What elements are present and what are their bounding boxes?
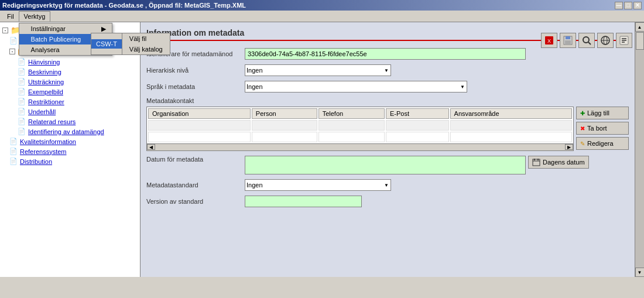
pencil-icon: ✎ xyxy=(580,141,585,147)
sidebar-item-exempelbild[interactable]: 📄 Exempelbild xyxy=(0,87,140,97)
sidebar-link-exempelbild[interactable]: Exempelbild xyxy=(28,88,63,95)
scroll-right-btn[interactable]: ▶ xyxy=(565,144,573,150)
sidebar-item-distribution[interactable]: 📄 Distribution xyxy=(0,156,140,166)
expand-icon-identifiering[interactable]: - xyxy=(9,49,15,54)
toolbar-btn-save[interactable] xyxy=(560,33,576,48)
sidebar-link-relaterad-resurs[interactable]: Relaterad resurs xyxy=(28,118,76,125)
close-button[interactable]: ✕ xyxy=(633,2,642,9)
doc-icon-restriktioner: 📄 xyxy=(18,98,26,105)
toolbar-right: X xyxy=(541,33,632,48)
sidebar-link-distribution[interactable]: Distribution xyxy=(20,158,52,165)
ta-bort-button[interactable]: ✖ Ta bort xyxy=(576,122,629,135)
menu-fil[interactable]: Fil xyxy=(2,12,19,21)
sidebar-item-kvalitet[interactable]: 📄 Kvalitetsinformation xyxy=(0,136,140,146)
toolbar-btn-edit[interactable] xyxy=(616,33,632,48)
version-input[interactable] xyxy=(245,196,362,207)
sidebar-item-hanvisning[interactable]: 📄 Hänvisning xyxy=(0,57,140,67)
identifierare-input[interactable] xyxy=(245,48,526,60)
sidebar-item-utstrackning[interactable]: 📄 Utsträckning xyxy=(0,77,140,87)
cell xyxy=(148,120,251,131)
content-panel: Information om metadata Identifierare fö… xyxy=(141,22,635,277)
col-epost: E-Post xyxy=(386,108,449,119)
cross-icon: ✖ xyxy=(580,125,585,132)
toolbar-btn-search[interactable] xyxy=(578,33,595,48)
dagens-datum-button[interactable]: Dagens datum xyxy=(528,156,589,169)
maximize-button[interactable]: □ xyxy=(624,2,632,9)
sprak-select[interactable]: Ingen svenska engelska xyxy=(245,81,467,93)
datum-textarea[interactable] xyxy=(245,156,526,174)
hierarkisk-select[interactable]: Ingen Dataset Service Serie xyxy=(245,64,391,76)
hierarkisk-select-wrapper: Ingen Dataset Service Serie xyxy=(245,64,391,76)
expand-icon[interactable]: - xyxy=(2,28,8,33)
table-hscrollbar: ◀ ▶ xyxy=(146,144,574,151)
sidebar-link-restriktioner[interactable]: Restriktioner xyxy=(28,98,64,105)
doc-icon-distribution: 📄 xyxy=(9,157,18,165)
doc-icon-kvalitet: 📄 xyxy=(9,138,18,145)
version-label: Version av standard xyxy=(146,198,240,205)
sidebar-link-underhall[interactable]: Underhåll xyxy=(28,108,56,115)
doc-icon-utstrackning: 📄 xyxy=(18,78,26,85)
sidebar-item-beskrivning[interactable]: 📄 Beskrivning xyxy=(0,67,140,77)
doc-icon: 📄 xyxy=(9,37,18,44)
metadatakontakt-section: Metadatakontakt Organisation Person Tele… xyxy=(146,97,629,151)
sidebar-item-identifiering-datamangd[interactable]: 📄 Identifiering av datamängd xyxy=(0,126,140,136)
cell xyxy=(148,132,251,142)
lagg-till-button[interactable]: ✚ Lägg till xyxy=(576,107,629,119)
sidebar-link-kvalitet[interactable]: Kvalitetsinformation xyxy=(20,138,76,145)
toolbar-btn-globe[interactable] xyxy=(597,33,614,48)
sidebar-link-hanvisning[interactable]: Hänvisning xyxy=(28,59,60,66)
doc-icon-underhall: 📄 xyxy=(18,108,26,115)
main-area: - 📁 Metadata 📄 Information om Metadata -… xyxy=(0,22,644,277)
doc-icon-datamangd: 📄 xyxy=(18,128,26,135)
menu-bar: Fil Verktyg Inställningar ▶ Batch Public… xyxy=(0,11,644,22)
col-organisation: Organisation xyxy=(148,108,251,119)
doc-icon-beskrivning: 📄 xyxy=(18,68,26,76)
title-bar: Redigeringsverktyg för metadata - Geodat… xyxy=(0,0,644,11)
standard-select-wrapper: Ingen ISO 19115 Dublin Core xyxy=(245,179,391,191)
table-row xyxy=(148,120,572,131)
col-person: Person xyxy=(252,108,317,119)
plus-icon: ✚ xyxy=(580,110,585,117)
sidebar-link-beskrivning[interactable]: Beskrivning xyxy=(28,68,61,76)
calendar-icon xyxy=(532,158,540,166)
datum-label: Datum för metadata xyxy=(146,156,240,163)
table-action-buttons: ✚ Lägg till ✖ Ta bort ✎ Redigera xyxy=(576,107,629,151)
menu-verktyg[interactable]: Verktyg xyxy=(19,11,51,22)
svg-rect-3 xyxy=(566,36,570,39)
doc-icon-referenssystem: 📄 xyxy=(9,148,18,155)
menu-csw-t[interactable]: CSW-T xyxy=(91,39,122,49)
scroll-track xyxy=(155,144,565,150)
svg-rect-4 xyxy=(565,40,571,44)
sprak-row: Språk i metadata Ingen svenska engelska xyxy=(146,81,629,93)
scroll-thumb xyxy=(636,32,644,50)
sprak-select-wrapper: Ingen svenska engelska xyxy=(245,81,467,93)
menu-valj-fil[interactable]: Välj fil xyxy=(122,33,170,44)
sidebar-link-referenssystem[interactable]: Referenssystem xyxy=(20,148,66,155)
cell xyxy=(386,120,449,131)
menu-valj-katalog[interactable]: Välj katalog xyxy=(122,44,170,54)
col-telefon: Telefon xyxy=(318,108,385,119)
toolbar-btn-export[interactable]: X xyxy=(541,33,557,48)
table-container: Organisation Person Telefon E-Post Ansva… xyxy=(146,107,629,151)
sidebar-link-utstrackning[interactable]: Utsträckning xyxy=(28,78,64,85)
cell xyxy=(450,120,572,131)
sidebar-item-relaterad-resurs[interactable]: 📄 Relaterad resurs xyxy=(0,117,140,126)
scroll-up-btn[interactable]: ▲ xyxy=(635,22,645,32)
menu-installningar[interactable]: Inställningar ▶ xyxy=(19,23,112,34)
sidebar-item-underhall[interactable]: 📄 Underhåll xyxy=(0,107,140,117)
sidebar-item-referenssystem[interactable]: 📄 Referenssystem xyxy=(0,146,140,156)
datum-input-area: Dagens datum xyxy=(245,156,589,174)
scroll-down-btn[interactable]: ▼ xyxy=(635,268,645,277)
scroll-left-btn[interactable]: ◀ xyxy=(147,144,155,150)
standard-select[interactable]: Ingen ISO 19115 Dublin Core xyxy=(245,179,391,191)
window-controls: — □ ✕ xyxy=(615,2,642,9)
sidebar-item-restriktioner[interactable]: 📄 Restriktioner xyxy=(0,97,140,107)
redigera-button[interactable]: ✎ Redigera xyxy=(576,137,629,150)
sidebar-link-identifiering-datamangd[interactable]: Identifiering av datamängd xyxy=(28,128,104,135)
hierarkisk-row: Hierarkisk nivå Ingen Dataset Service Se… xyxy=(146,64,629,76)
window-title: Redigeringsverktyg för metadata - Geodat… xyxy=(2,2,246,9)
standard-row: Metadatastandard Ingen ISO 19115 Dublin … xyxy=(146,179,629,191)
identifierare-row: Identifierare för metadamänod xyxy=(146,48,629,60)
minimize-button[interactable]: — xyxy=(615,2,623,9)
version-row: Version av standard xyxy=(146,196,629,207)
